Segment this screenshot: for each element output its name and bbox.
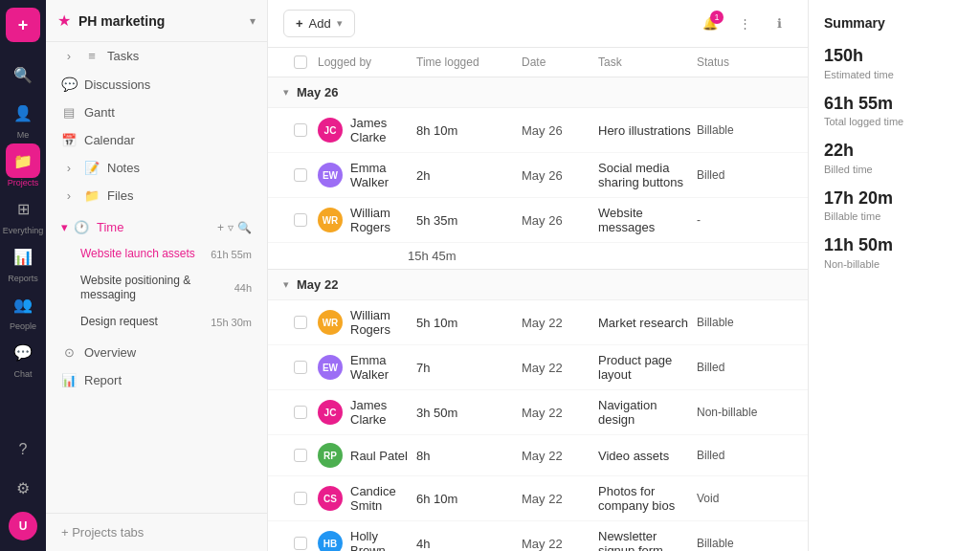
row-checkbox-cell[interactable] bbox=[283, 361, 318, 374]
date-cell: May 22 bbox=[522, 537, 598, 551]
add-button[interactable]: + Add ▾ bbox=[283, 10, 355, 37]
avatar: RP bbox=[318, 443, 343, 468]
sidebar-item-tasks[interactable]: › ≡ Tasks bbox=[46, 42, 267, 70]
sidebar-item-discussions[interactable]: 💬 Discussions bbox=[46, 70, 267, 99]
chat-button[interactable]: 💬 bbox=[6, 335, 40, 369]
row-checkbox-cell[interactable] bbox=[283, 316, 318, 329]
summary-title: Summary bbox=[824, 15, 965, 31]
report-label: Report bbox=[84, 373, 252, 387]
table-row: JC James Clarke 8h 10m May 26 Hero illus… bbox=[268, 108, 808, 153]
group-date-label: May 22 bbox=[297, 277, 338, 292]
table-body: ▾ May 26 JC James Clarke 8h 10m May 26 H… bbox=[268, 77, 808, 551]
row-checkbox-icon[interactable] bbox=[294, 361, 307, 374]
row-checkbox-cell[interactable] bbox=[283, 213, 318, 227]
row-checkbox-icon[interactable] bbox=[294, 537, 307, 550]
row-checkbox-cell[interactable] bbox=[283, 449, 318, 462]
project-header[interactable]: ★ PH marketing ▾ bbox=[46, 0, 267, 42]
discussions-label: Discussions bbox=[84, 77, 252, 92]
info-button[interactable]: ℹ bbox=[766, 11, 792, 37]
avatar-button[interactable]: U bbox=[6, 509, 40, 543]
stat-value-2: 22h bbox=[824, 141, 965, 162]
user-name: Candice Smitn bbox=[350, 484, 416, 513]
time-subitem-design-request-name: Design request bbox=[80, 315, 211, 330]
help-button[interactable]: ? bbox=[6, 432, 40, 467]
notification-button[interactable]: 🔔 1 bbox=[697, 11, 724, 37]
tasks-icon: › bbox=[61, 49, 77, 63]
star-icon: ★ bbox=[57, 11, 71, 30]
time-subitem-design-request[interactable]: Design request 15h 30m bbox=[46, 309, 267, 336]
add-chevron-icon: ▾ bbox=[337, 17, 343, 30]
avatar: EW bbox=[318, 163, 343, 187]
sidebar-item-calendar[interactable]: 📅 Calendar bbox=[46, 126, 267, 154]
status-cell: - bbox=[697, 213, 792, 227]
row-checkbox-icon[interactable] bbox=[294, 449, 307, 462]
add-tabs-button[interactable]: + Projects tabs bbox=[46, 518, 267, 547]
row-checkbox-icon[interactable] bbox=[294, 168, 307, 182]
sidebar-item-overview[interactable]: ⊙ Overview bbox=[46, 339, 267, 366]
reports-button[interactable]: 📊 bbox=[6, 239, 40, 274]
row-checkbox-icon[interactable] bbox=[294, 316, 307, 329]
date-group-header-0[interactable]: ▾ May 26 bbox=[268, 77, 808, 108]
sidebar-item-report[interactable]: 📊 Report bbox=[46, 366, 267, 394]
row-checkbox-cell[interactable] bbox=[283, 123, 318, 137]
more-options-button[interactable]: ⋮ bbox=[731, 11, 758, 37]
settings-button[interactable]: ⚙ bbox=[6, 471, 40, 505]
time-nav-item[interactable]: ▾ 🕐 Time + ▿ 🔍 bbox=[46, 213, 267, 241]
user-cell: JC James Clarke bbox=[318, 116, 416, 144]
user-cell: JC James Clarke bbox=[318, 398, 416, 427]
avatar: JC bbox=[318, 400, 343, 425]
date-cell: May 26 bbox=[522, 168, 598, 183]
status-cell: Billed bbox=[697, 449, 792, 462]
notes-icon: 📝 bbox=[84, 161, 100, 175]
time-subitem-website-launch-name: Website launch assets bbox=[80, 247, 211, 262]
row-checkbox-cell[interactable] bbox=[283, 406, 318, 419]
summary-stat-0: 150h Estimated time bbox=[824, 46, 965, 80]
everything-label: Everything bbox=[3, 226, 44, 235]
people-button[interactable]: 👥 bbox=[6, 287, 40, 321]
select-all-checkbox[interactable] bbox=[283, 55, 318, 69]
date-group-header-1[interactable]: ▾ May 22 bbox=[268, 270, 808, 300]
time-add-icon[interactable]: + bbox=[217, 221, 224, 234]
row-checkbox-cell[interactable] bbox=[283, 492, 318, 505]
projects-button[interactable]: 📁 bbox=[6, 143, 40, 178]
user-name: William Rogers bbox=[350, 206, 416, 234]
everything-button[interactable]: ⊞ bbox=[6, 191, 40, 226]
time-chevron-icon: ▾ bbox=[61, 220, 68, 234]
me-button[interactable]: 👤 bbox=[6, 96, 40, 130]
row-checkbox-cell[interactable] bbox=[283, 537, 318, 550]
me-label: Me bbox=[17, 130, 30, 140]
col-date: Date bbox=[522, 55, 598, 69]
row-checkbox-icon[interactable] bbox=[294, 123, 307, 137]
task-cell: Photos for company bios bbox=[598, 484, 697, 513]
gantt-label: Gantt bbox=[84, 105, 252, 120]
new-button[interactable]: + bbox=[6, 8, 40, 42]
time-search-icon[interactable]: 🔍 bbox=[237, 221, 252, 234]
sidebar-item-notes[interactable]: › 📝 Notes bbox=[46, 154, 267, 182]
status-cell: Billable bbox=[697, 123, 792, 137]
row-checkbox-icon[interactable] bbox=[294, 213, 307, 227]
avatar: JC bbox=[318, 118, 343, 143]
checkbox-icon[interactable] bbox=[294, 55, 307, 69]
row-checkbox-icon[interactable] bbox=[294, 406, 307, 419]
time-subitem-website-launch[interactable]: Website launch assets 61h 55m bbox=[46, 241, 267, 268]
time-subitem-website-positioning[interactable]: Website positioning & messaging 44h bbox=[46, 268, 267, 309]
summary-stat-4: 11h 50m Non-billable bbox=[824, 235, 965, 270]
row-checkbox-cell[interactable] bbox=[283, 168, 318, 182]
add-plus-icon: + bbox=[296, 16, 303, 31]
notification-badge: 1 bbox=[710, 11, 724, 24]
tasks-label: Tasks bbox=[107, 49, 252, 63]
date-cell: May 22 bbox=[522, 492, 598, 506]
avatar: WR bbox=[318, 310, 343, 335]
row-checkbox-icon[interactable] bbox=[294, 492, 307, 505]
projects-label: Projects bbox=[8, 178, 39, 187]
sidebar-item-gantt[interactable]: ▤ Gantt bbox=[46, 99, 267, 126]
time-filter-icon[interactable]: ▿ bbox=[228, 221, 234, 234]
summary-stat-1: 61h 55m Total logged time bbox=[824, 94, 965, 128]
files-icon: 📁 bbox=[84, 188, 100, 203]
col-logged-by: Logged by bbox=[318, 55, 416, 69]
sidebar-item-files[interactable]: › 📁 Files bbox=[46, 182, 267, 209]
search-button[interactable]: 🔍 bbox=[6, 57, 40, 92]
task-cell: Navigation design bbox=[598, 398, 697, 427]
stat-label-4: Non-billable bbox=[824, 258, 965, 270]
task-cell: Product page layout bbox=[598, 353, 697, 382]
